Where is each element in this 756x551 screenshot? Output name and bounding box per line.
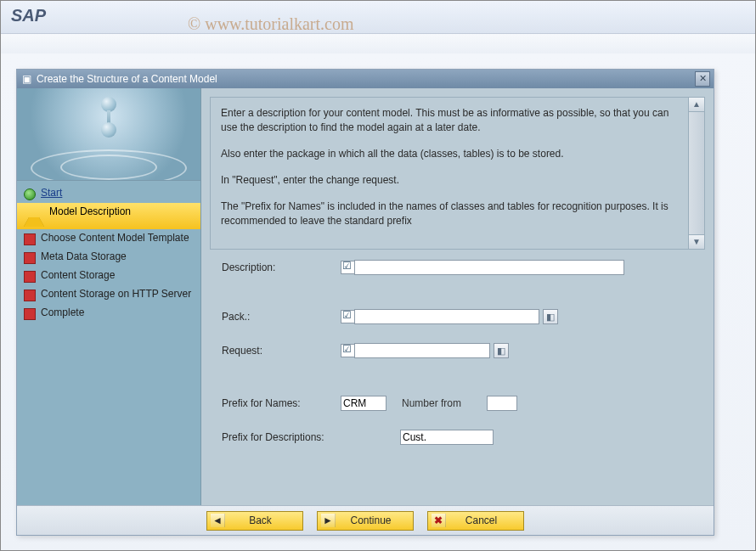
wizard-nav: Start Model Description Choose Content M… — [17, 88, 201, 505]
scroll-down-icon[interactable]: ▼ — [689, 234, 704, 249]
wizard-step-label: Complete — [41, 306, 84, 319]
dialog-body: Start Model Description Choose Content M… — [17, 88, 714, 505]
wizard-step-label[interactable]: Start — [41, 187, 62, 199]
wizard-image — [17, 88, 200, 181]
app-shell: SAP © www.tutorialkart.com ▣ Create the … — [0, 0, 756, 551]
instructions-scrollbar[interactable]: ▲ ▼ — [688, 98, 704, 249]
continue-icon: ► — [321, 514, 336, 527]
continue-button[interactable]: ► Continue — [317, 511, 414, 531]
step-pending-icon — [24, 233, 36, 245]
button-bar: ◄ Back ► Continue ✖ Cancel — [17, 505, 714, 535]
pack-label: Pack.: — [222, 311, 341, 323]
dialog-title: Create the Structure of a Content Model — [37, 73, 217, 85]
dialog-title-icon: ▣ — [22, 73, 31, 85]
scroll-up-icon[interactable]: ▲ — [689, 98, 704, 112]
form-area: Description: Pack.: — [201, 253, 714, 505]
app-title: SAP — [11, 6, 46, 25]
wizard-step-model-description[interactable]: Model Description — [17, 203, 200, 229]
number-from-label: Number from — [402, 397, 461, 409]
request-label: Request: — [222, 345, 341, 357]
description-input[interactable] — [354, 260, 624, 275]
dialog-close-button[interactable]: ✕ — [695, 71, 710, 87]
wizard-step-label: Meta Data Storage — [41, 250, 127, 263]
wizard-step-complete[interactable]: Complete — [17, 304, 200, 323]
wizard-step-label: Content Storage on HTTP Server — [41, 288, 191, 301]
required-icon — [341, 310, 354, 323]
back-icon: ◄ — [211, 514, 225, 527]
wizard-step-content-storage[interactable]: Content Storage — [17, 267, 200, 285]
wizard-step-template[interactable]: Choose Content Model Template — [17, 229, 200, 248]
step-current-icon — [24, 207, 44, 227]
content-area: ▣ Create the Structure of a Content Mode… — [1, 53, 755, 550]
wizard-main: Enter a description for your content mod… — [201, 88, 714, 505]
wizard-step-start[interactable]: Start — [17, 184, 200, 203]
step-pending-icon — [24, 308, 36, 320]
pack-input[interactable] — [354, 309, 539, 324]
required-icon — [341, 344, 354, 357]
wizard-step-label: Content Storage — [41, 269, 115, 282]
step-done-icon — [24, 188, 36, 200]
wizard-step-label: Model Description — [49, 205, 131, 218]
description-label: Description: — [222, 261, 341, 273]
instructions-p4: The "Prefix for Names" is included in th… — [221, 200, 678, 228]
instructions-p3: In "Request", enter the change request. — [221, 173, 678, 188]
prefix-desc-label: Prefix for Descriptions: — [222, 431, 400, 443]
instructions-p2: Also enter the package in which all the … — [221, 147, 678, 161]
number-from-input[interactable] — [487, 396, 517, 411]
wizard-dialog: ▣ Create the Structure of a Content Mode… — [16, 69, 714, 536]
prefix-desc-input[interactable] — [400, 430, 494, 445]
instructions-text: Enter a description for your content mod… — [211, 98, 688, 249]
cancel-button-label: Cancel — [453, 514, 510, 526]
instructions-panel: Enter a description for your content mod… — [210, 97, 705, 250]
back-button[interactable]: ◄ Back — [206, 511, 303, 531]
wizard-steps: Start Model Description Choose Content M… — [17, 181, 200, 505]
continue-button-label: Continue — [342, 514, 399, 526]
step-pending-icon — [24, 290, 36, 301]
required-icon — [341, 261, 354, 274]
pack-search-help-button[interactable]: ◧ — [543, 309, 558, 324]
wizard-step-label: Choose Content Model Template — [41, 232, 189, 245]
wizard-step-meta-storage[interactable]: Meta Data Storage — [17, 248, 200, 267]
app-titlebar: SAP — [1, 1, 755, 34]
step-pending-icon — [24, 252, 36, 264]
dialog-titlebar: ▣ Create the Structure of a Content Mode… — [17, 70, 714, 88]
wizard-step-http-storage[interactable]: Content Storage on HTTP Server — [17, 285, 200, 304]
request-search-help-button[interactable]: ◧ — [494, 343, 509, 358]
request-input[interactable] — [354, 343, 490, 358]
cancel-icon: ✖ — [432, 514, 446, 527]
step-pending-icon — [24, 271, 36, 283]
instructions-p1: Enter a description for your content mod… — [221, 106, 678, 135]
back-button-label: Back — [232, 514, 289, 526]
prefix-names-input[interactable] — [341, 396, 386, 411]
prefix-names-label: Prefix for Names: — [222, 397, 341, 409]
cancel-button[interactable]: ✖ Cancel — [427, 511, 524, 531]
